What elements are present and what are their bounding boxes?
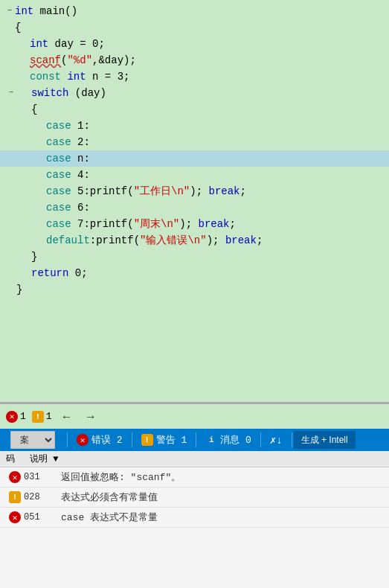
line-content: int day = 0; — [15, 36, 389, 52]
tools-tab-label: ✗↓ — [270, 434, 283, 447]
error-description: 表达式必须含有常量值 — [61, 490, 383, 504]
code-line: case 5:printf("工作日\n"); break; — [0, 183, 389, 199]
info-tab-icon: i — [205, 434, 217, 446]
code-line: const int n = 3; — [0, 68, 389, 85]
code-line: int day = 0; — [0, 36, 389, 52]
line-content: case 4: — [16, 167, 389, 183]
error-count: 1 — [20, 411, 26, 422]
code-line: case 2: — [0, 134, 389, 150]
prev-button[interactable]: ← — [58, 409, 76, 425]
code-line: case 1: — [0, 118, 389, 134]
table-row[interactable]: !028表达式必须含有常量值 — [0, 488, 389, 508]
collapse-btn — [4, 22, 15, 33]
warning-tab-icon: ! — [141, 434, 153, 446]
empty-space — [0, 357, 389, 402]
warning-row-icon: ! — [6, 491, 24, 503]
code-line: case 7:printf("周末\n"); break; — [0, 216, 389, 232]
code-line: case 6: — [0, 199, 389, 216]
error-row-icon: ✕ — [6, 471, 24, 483]
line-content: case 2: — [16, 134, 389, 150]
collapse-btn — [6, 252, 16, 262]
warning-icon: ! — [32, 411, 44, 423]
error-description: 返回值被忽略: "scanf"。 — [61, 470, 383, 484]
warning-count: 1 — [46, 411, 52, 422]
line-content: } — [16, 281, 389, 298]
error-code: 051 — [24, 512, 61, 523]
error-tab-icon: ✕ — [77, 434, 89, 446]
error-code: 028 — [24, 492, 61, 502]
line-content: case 5:printf("工作日\n"); break; — [16, 183, 389, 199]
code-line: } — [0, 281, 389, 298]
generate-button[interactable]: 生成 + Intell — [294, 431, 356, 449]
filter-tab[interactable]: 案 — [0, 429, 65, 451]
collapse-btn — [6, 104, 16, 115]
collapse-btn — [6, 268, 16, 278]
table-row[interactable]: ✕031返回值被忽略: "scanf"。 — [0, 467, 389, 488]
line-content: { — [16, 101, 389, 118]
col-desc-header: 说明 ▼ — [30, 453, 58, 465]
col-code-header: 码 — [6, 453, 15, 465]
line-content: case 1: — [16, 118, 389, 134]
code-line: return 0; — [0, 265, 389, 281]
line-content: switch (day) — [16, 85, 389, 101]
tools-tab[interactable]: ✗↓ — [263, 429, 290, 451]
collapse-btn — [6, 153, 16, 164]
code-line: −int main() — [0, 3, 389, 19]
bottom-section: ✕ 1 ! 1 ← → 案 ✕ 错误 2 ! 警告 1 i 消息 0 — [0, 402, 389, 588]
collapse-btn — [6, 219, 16, 229]
error-list: 码 说明 ▼ ✕031返回值被忽略: "scanf"。!028表达式必须含有常量… — [0, 451, 389, 588]
line-content: case n: — [16, 150, 389, 167]
error-row-icon: ✕ — [6, 511, 24, 523]
collapse-btn[interactable]: − — [6, 88, 16, 98]
collapse-btn — [4, 71, 15, 82]
code-editor: −int main(){int day = 0;scanf("%d",&day)… — [0, 0, 389, 357]
line-content: } — [16, 249, 389, 265]
code-line: case n: — [0, 150, 389, 167]
warning-tab-label: 警告 1 — [156, 433, 187, 447]
collapse-btn — [6, 121, 16, 131]
line-content: case 7:printf("周末\n"); break; — [16, 216, 389, 232]
line-content: int main() — [15, 3, 389, 19]
collapse-btn — [4, 39, 15, 49]
error-rows-container: ✕031返回值被忽略: "scanf"。!028表达式必须含有常量值✕051ca… — [0, 467, 389, 528]
info-tab-label: 消息 0 — [220, 433, 251, 447]
warning-status[interactable]: ! 1 — [32, 411, 52, 423]
error-status[interactable]: ✕ 1 — [6, 411, 26, 423]
status-bar: ✕ 1 ! 1 ← → — [0, 403, 389, 429]
collapse-btn — [6, 137, 16, 147]
code-line: } — [0, 249, 389, 265]
line-content: { — [15, 19, 389, 36]
collapse-btn — [4, 55, 15, 65]
line-content: case 6: — [16, 199, 389, 216]
line-content: default:printf("输入错误\n"); break; — [16, 232, 389, 249]
table-row[interactable]: ✕051case 表达式不是常量 — [0, 508, 389, 528]
info-tab[interactable]: i 消息 0 — [198, 429, 259, 451]
error-list-header: 码 说明 ▼ — [0, 451, 389, 467]
collapse-btn — [6, 170, 16, 180]
code-lines: −int main(){int day = 0;scanf("%d",&day)… — [0, 0, 389, 301]
warning-tab[interactable]: ! 警告 1 — [134, 429, 195, 451]
code-line: scanf("%d",&day); — [0, 52, 389, 68]
toolbar: 案 ✕ 错误 2 ! 警告 1 i 消息 0 ✗↓ 生成 + Intell — [0, 429, 389, 451]
next-button[interactable]: → — [82, 409, 100, 425]
line-content: const int n = 3; — [15, 68, 389, 85]
error-icon: ✕ — [6, 411, 18, 423]
collapse-btn — [6, 235, 16, 246]
collapse-btn — [6, 186, 16, 196]
collapse-btn[interactable]: − — [4, 6, 15, 16]
code-line: { — [0, 19, 389, 36]
error-tab[interactable]: ✕ 错误 2 — [69, 429, 130, 451]
line-content: return 0; — [16, 265, 389, 281]
error-tab-label: 错误 2 — [91, 433, 123, 447]
collapse-btn — [6, 202, 16, 213]
code-line: −switch (day) — [0, 85, 389, 101]
code-line: { — [0, 101, 389, 118]
error-code: 031 — [24, 472, 61, 482]
filter-select[interactable]: 案 — [10, 431, 55, 449]
collapse-btn — [6, 284, 16, 295]
error-description: case 表达式不是常量 — [61, 511, 383, 524]
code-line: case 4: — [0, 167, 389, 183]
line-content: scanf("%d",&day); — [15, 52, 389, 68]
code-line: default:printf("输入错误\n"); break; — [0, 232, 389, 249]
